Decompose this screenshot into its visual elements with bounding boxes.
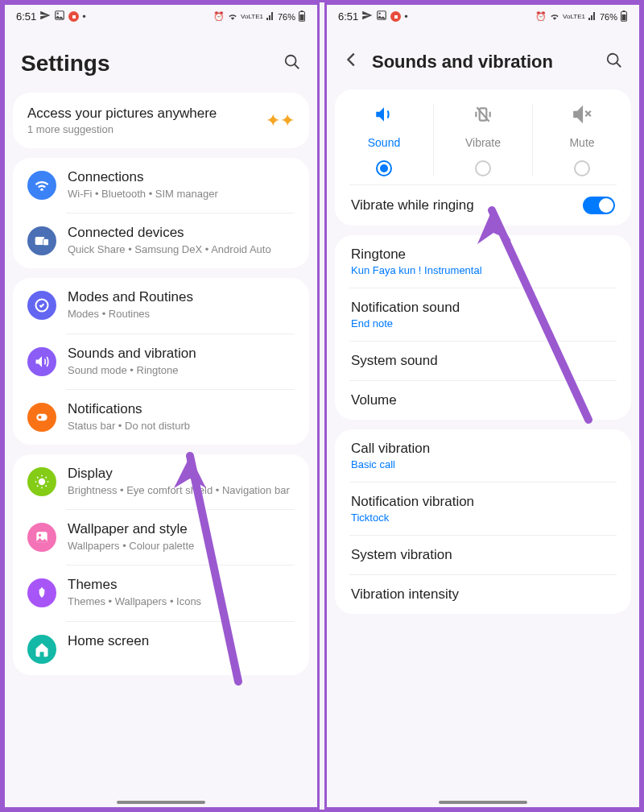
search-icon[interactable] <box>605 52 623 73</box>
vibrate-while-ringing-row[interactable]: Vibrate while ringing <box>335 185 631 226</box>
volte-label: VoLTE1 <box>241 13 263 20</box>
row-title: Display <box>68 466 295 482</box>
telegram-icon <box>39 10 51 23</box>
settings-row-connections[interactable]: Connections Wi-Fi • Bluetooth • SIM mana… <box>13 158 309 213</box>
sparkle-icon: ✦✦ <box>266 110 295 131</box>
mode-mute[interactable]: Mute <box>532 104 631 176</box>
setting-title: Notification sound <box>351 300 460 316</box>
mute-icon <box>572 104 592 130</box>
row-title: Connected devices <box>68 225 295 241</box>
setting-sub: Ticktock <box>351 512 474 524</box>
header: Sounds and vibration <box>327 28 639 89</box>
svg-line-21 <box>46 477 47 478</box>
row-sub: Themes • Wallpapers • Icons <box>68 594 295 609</box>
row-title: Sounds and vibration <box>68 346 295 362</box>
setting-row-notification-sound[interactable]: Notification sound End note <box>335 288 631 341</box>
suggestion-sub: 1 more suggestion <box>27 123 217 135</box>
svg-line-7 <box>295 64 299 68</box>
mode-label: Mute <box>569 136 594 149</box>
telegram-icon <box>361 10 373 23</box>
svg-line-18 <box>37 477 38 478</box>
radio-button[interactable] <box>475 160 491 176</box>
svg-rect-2 <box>72 15 76 19</box>
row-sub: Brightness • Eye comfort shield • Naviga… <box>68 483 295 498</box>
wifi-icon <box>27 171 56 200</box>
record-icon <box>68 11 79 22</box>
settings-row-wallpaper-and-style[interactable]: Wallpaper and style Wallpapers • Colour … <box>13 510 309 565</box>
page-title: Sounds and vibration <box>372 52 553 72</box>
svg-rect-4 <box>301 10 303 11</box>
home-icon <box>27 635 56 664</box>
signal-icon <box>588 11 597 23</box>
setting-sub: End note <box>351 317 460 329</box>
svg-point-6 <box>286 55 296 65</box>
row-sub: Quick Share • Samsung DeX • Android Auto <box>68 242 295 257</box>
settings-row-home-screen[interactable]: Home screen <box>13 622 309 675</box>
battery-label: 76% <box>600 12 617 22</box>
svg-line-19 <box>46 486 47 487</box>
setting-row-call-vibration[interactable]: Call vibration Basic call <box>335 429 631 482</box>
settings-card: Display Brightness • Eye comfort shield … <box>13 454 309 675</box>
devices-icon <box>27 226 56 255</box>
svg-point-23 <box>39 534 41 536</box>
setting-title: System vibration <box>351 547 452 563</box>
row-sub: Status bar • Do not disturb <box>68 419 295 433</box>
alarm-icon: ⏰ <box>213 11 225 22</box>
status-bar: 6:51 • ⏰ VoLTE1 76% <box>327 5 639 28</box>
svg-point-30 <box>608 53 618 64</box>
row-title: Modes and Routines <box>68 289 295 305</box>
nav-indicator <box>117 801 205 804</box>
svg-rect-5 <box>300 14 304 19</box>
setting-sub: Basic call <box>351 458 430 470</box>
wallpaper-icon <box>27 523 56 552</box>
image-icon <box>376 10 387 23</box>
setting-row-ringtone[interactable]: Ringtone Kun Faya kun ! Instrumental <box>335 235 631 288</box>
mode-sound[interactable]: Sound <box>335 104 433 176</box>
settings-card: Modes and Routines Modes • Routines Soun… <box>13 278 309 445</box>
settings-row-sounds-and-vibration[interactable]: Sounds and vibration Sound mode • Ringto… <box>13 334 309 389</box>
setting-sub: Kun Faya kun ! Instrumental <box>351 264 482 276</box>
setting-row-notification-vibration[interactable]: Notification vibration Ticktock <box>335 483 631 535</box>
settings-row-themes[interactable]: Themes Themes • Wallpapers • Icons <box>13 566 309 620</box>
record-icon <box>390 11 401 22</box>
image-icon <box>54 10 65 23</box>
setting-row-vibration-intensity[interactable]: Vibration intensity <box>335 575 631 614</box>
radio-button[interactable] <box>574 160 590 176</box>
svg-line-31 <box>617 62 621 67</box>
svg-rect-26 <box>394 15 398 19</box>
battery-icon <box>620 10 628 23</box>
setting-row-system-sound[interactable]: System sound <box>335 342 631 380</box>
radio-button[interactable] <box>376 160 392 176</box>
settings-row-notifications[interactable]: Notifications Status bar • Do not distur… <box>13 390 309 445</box>
battery-icon <box>298 10 306 23</box>
signal-icon <box>266 11 275 23</box>
sound-icon <box>27 347 56 376</box>
setting-row-volume[interactable]: Volume <box>335 381 631 420</box>
mode-vibrate[interactable]: Vibrate <box>433 104 532 176</box>
suggestion-title: Access your pictures anywhere <box>27 106 217 122</box>
setting-row-system-vibration[interactable]: System vibration <box>335 536 631 574</box>
status-time: 6:51 <box>16 10 36 23</box>
settings-row-modes-and-routines[interactable]: Modes and Routines Modes • Routines <box>13 278 309 333</box>
nav-indicator <box>439 801 527 804</box>
suggestion-card[interactable]: Access your pictures anywhere 1 more sug… <box>13 93 309 148</box>
svg-rect-11 <box>36 414 47 420</box>
toggle-switch[interactable] <box>583 197 615 214</box>
volte-label: VoLTE1 <box>563 13 585 20</box>
mode-label: Sound <box>368 136 400 149</box>
row-sub: Modes • Routines <box>68 307 295 321</box>
svg-point-25 <box>379 13 381 14</box>
svg-point-1 <box>57 13 59 14</box>
sound-mode-card: Sound Vibrate Mute Vibrate while ringing <box>335 89 631 226</box>
search-icon[interactable] <box>283 53 301 75</box>
settings-row-display[interactable]: Display Brightness • Eye comfort shield … <box>13 454 309 509</box>
settings-row-connected-devices[interactable]: Connected devices Quick Share • Samsung … <box>13 213 309 268</box>
notif-icon <box>27 403 56 432</box>
setting-title: Vibration intensity <box>351 586 459 603</box>
svg-rect-29 <box>622 14 626 19</box>
vibrate-icon <box>473 104 493 130</box>
svg-rect-9 <box>43 239 49 246</box>
back-icon[interactable] <box>343 51 361 73</box>
routines-icon <box>27 291 56 320</box>
svg-line-20 <box>37 486 38 487</box>
